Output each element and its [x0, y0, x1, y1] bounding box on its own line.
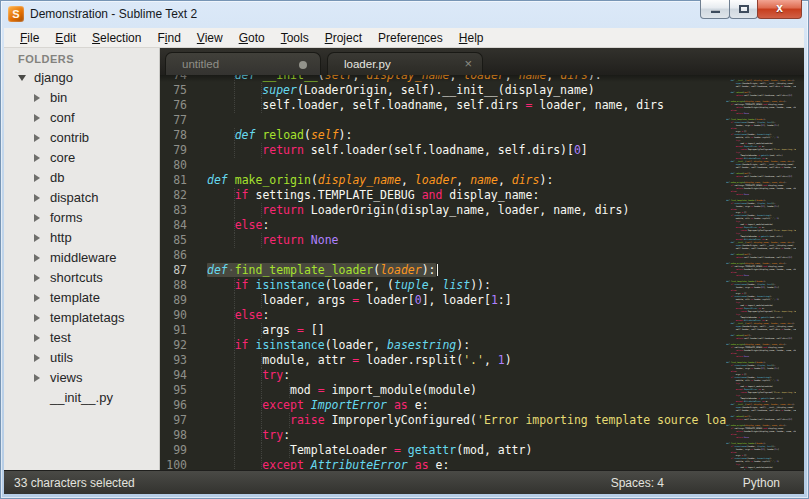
menu-find[interactable]: Find — [149, 29, 188, 47]
sidebar-item-templatetags[interactable]: templatetags — [4, 308, 159, 328]
triangle-right-icon[interactable] — [34, 194, 40, 202]
minimize-button[interactable] — [700, 0, 730, 19]
sidebar-item-middleware[interactable]: middleware — [4, 248, 159, 268]
code-line[interactable]: 77 — [160, 113, 726, 128]
maximize-icon — [739, 5, 749, 13]
code-line[interactable]: 91args = [] — [160, 323, 726, 338]
sidebar-item-conf[interactable]: conf — [4, 108, 159, 128]
code-line[interactable]: 80 — [160, 158, 726, 173]
indent-guide — [235, 143, 263, 158]
code-line[interactable]: 92if isinstance(loader, basestring): — [160, 338, 726, 353]
line-number: 98 — [160, 428, 197, 443]
menu-edit[interactable]: Edit — [47, 29, 84, 47]
code-line[interactable]: 79return self.loader(self.loadname, self… — [160, 143, 726, 158]
code-line[interactable]: 99TemplateLoader = getattr(mod, attr) — [160, 443, 726, 458]
sidebar-item-label: dispatch — [50, 188, 98, 208]
line-number: 92 — [160, 338, 197, 353]
code-line[interactable]: 85return None — [160, 233, 726, 248]
minimap[interactable]: def __init__(self, display_name, loader,… — [726, 75, 796, 470]
triangle-right-icon[interactable] — [34, 214, 40, 222]
triangle-right-icon[interactable] — [34, 234, 40, 242]
sidebar-item-db[interactable]: db — [4, 168, 159, 188]
tab-label: untitled — [182, 58, 219, 70]
code-text: def __init__(self, display_name, loader,… — [207, 75, 602, 83]
sidebar-item-shortcuts[interactable]: shortcuts — [4, 268, 159, 288]
code-line[interactable]: 75super(LoaderOrigin, self).__init__(dis… — [160, 83, 726, 98]
code-line[interactable]: 83return LoaderOrigin(display_name, load… — [160, 203, 726, 218]
code-line[interactable]: 84else: — [160, 218, 726, 233]
line-number: 83 — [160, 203, 197, 218]
triangle-right-icon[interactable] — [34, 354, 40, 362]
sidebar-item-init-py[interactable]: __init__.py — [4, 388, 159, 408]
code-line[interactable]: 89loader, args = loader[0], loader[1:] — [160, 293, 726, 308]
sidebar-item-core[interactable]: core — [4, 148, 159, 168]
syntax-mode[interactable]: Python — [743, 476, 780, 490]
tab-close-icon[interactable]: × — [464, 53, 472, 75]
menu-preferences[interactable]: Preferences — [370, 29, 451, 47]
maximize-button[interactable] — [729, 0, 758, 19]
sidebar-item-label: shortcuts — [50, 268, 103, 288]
menu-tools[interactable]: Tools — [273, 29, 317, 47]
code-line[interactable]: 87def·find_template_loader(loader): — [160, 263, 726, 278]
triangle-right-icon[interactable] — [34, 334, 40, 342]
code-line[interactable]: 82if settings.TEMPLATE_DEBUG and display… — [160, 188, 726, 203]
sidebar-item-django[interactable]: django — [4, 68, 159, 88]
sidebar-item-views[interactable]: views — [4, 368, 159, 388]
code-line[interactable]: 90else: — [160, 308, 726, 323]
menu-selection[interactable]: Selection — [84, 29, 149, 47]
editor: untitledloader.py× 74def __init__(self, … — [160, 48, 804, 470]
code-viewport[interactable]: 74def __init__(self, display_name, loade… — [160, 75, 726, 470]
code-line[interactable]: 81def make_origin(display_name, loader, … — [160, 173, 726, 188]
code-line[interactable]: 76self.loader, self.loadname, self.dirs … — [160, 98, 726, 113]
tab-untitled[interactable]: untitled — [165, 52, 321, 75]
sidebar-item-test[interactable]: test — [4, 328, 159, 348]
code-line[interactable]: 97raise ImproperlyConfigured('Error impo… — [160, 413, 726, 428]
sidebar-item-dispatch[interactable]: dispatch — [4, 188, 159, 208]
triangle-right-icon[interactable] — [34, 314, 40, 322]
code-line[interactable]: 74def __init__(self, display_name, loade… — [160, 75, 726, 83]
code-line[interactable]: 100except AttributeError as e: — [160, 458, 726, 470]
triangle-right-icon[interactable] — [34, 294, 40, 302]
menu-view[interactable]: View — [189, 29, 231, 47]
indent-guide — [207, 383, 235, 398]
triangle-right-icon[interactable] — [34, 254, 40, 262]
sidebar-item-template[interactable]: template — [4, 288, 159, 308]
triangle-right-icon[interactable] — [34, 174, 40, 182]
menu-project[interactable]: Project — [317, 29, 370, 47]
code-line[interactable]: 95mod = import_module(module) — [160, 383, 726, 398]
menu-goto[interactable]: Goto — [231, 29, 273, 47]
sidebar-item-forms[interactable]: forms — [4, 208, 159, 228]
tab-loader-py[interactable]: loader.py× — [327, 52, 483, 75]
triangle-right-icon[interactable] — [34, 114, 40, 122]
line-number: 90 — [160, 308, 197, 323]
code-area[interactable]: 74def __init__(self, display_name, loade… — [160, 75, 804, 470]
code-line[interactable]: 98try: — [160, 428, 726, 443]
triangle-right-icon[interactable] — [34, 94, 40, 102]
title-bar[interactable]: S Demonstration - Sublime Text 2 x — [0, 0, 809, 28]
code-line[interactable]: 96except ImportError as e: — [160, 398, 726, 413]
triangle-right-icon[interactable] — [34, 154, 40, 162]
sidebar-item-contrib[interactable]: contrib — [4, 128, 159, 148]
triangle-right-icon[interactable] — [34, 374, 40, 382]
indent-guide — [235, 203, 263, 218]
sidebar-item-label: views — [50, 368, 83, 388]
code-line[interactable]: 78def reload(self): — [160, 128, 726, 143]
triangle-down-icon[interactable] — [18, 75, 26, 81]
line-number: 91 — [160, 323, 197, 338]
code-text: except AttributeError as e: — [207, 458, 449, 470]
close-button[interactable]: x — [757, 0, 802, 19]
code-line[interactable]: 94try: — [160, 368, 726, 383]
sidebar-item-utils[interactable]: utils — [4, 348, 159, 368]
triangle-right-icon[interactable] — [34, 274, 40, 282]
code-line[interactable]: 93module, attr = loader.rsplit('.', 1) — [160, 353, 726, 368]
sidebar-item-bin[interactable]: bin — [4, 88, 159, 108]
menu-file[interactable]: File — [12, 29, 47, 47]
code-line[interactable]: 86 — [160, 248, 726, 263]
code-line[interactable]: 88if isinstance(loader, (tuple, list)): — [160, 278, 726, 293]
triangle-right-icon[interactable] — [34, 134, 40, 142]
indent-setting[interactable]: Spaces: 4 — [611, 476, 664, 490]
menu-help[interactable]: Help — [451, 29, 492, 47]
sidebar-item-http[interactable]: http — [4, 228, 159, 248]
sidebar-item-label: django — [34, 68, 73, 88]
indent-guide — [207, 443, 235, 458]
